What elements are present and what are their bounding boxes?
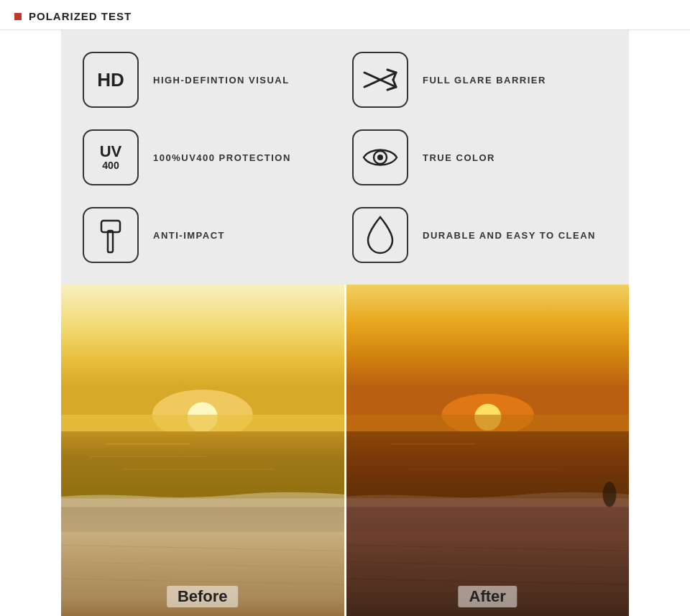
uv-icon-box: UV 400 — [83, 129, 139, 185]
glare-icon-box — [352, 52, 408, 108]
hd-label: HIGH-DEFINTION VISUAL — [153, 75, 290, 86]
header-accent-icon — [14, 13, 22, 20]
after-label: After — [459, 586, 517, 607]
before-side: Before — [61, 285, 344, 616]
page-wrapper: POLARIZED TEST HD HIGH-DEFINTION VISUAL — [0, 0, 690, 616]
features-grid: HD HIGH-DEFINTION VISUAL — [83, 52, 607, 263]
clean-icon-box — [352, 207, 408, 263]
svg-rect-23 — [346, 431, 630, 498]
shuffle-icon — [362, 65, 399, 94]
drop-icon — [364, 214, 397, 256]
color-icon-box — [352, 129, 408, 185]
features-area: HD HIGH-DEFINTION VISUAL — [61, 30, 629, 285]
glare-label: FULL GLARE BARRIER — [423, 75, 546, 86]
hammer-icon — [94, 215, 127, 255]
after-side: After — [346, 285, 630, 616]
feature-color: TRUE COLOR — [352, 129, 607, 185]
svg-point-32 — [602, 482, 616, 507]
hd-icon: HD — [97, 70, 124, 89]
color-label: TRUE COLOR — [423, 152, 495, 163]
uv-label: 100%UV400 PROTECTION — [153, 152, 291, 163]
after-scene — [346, 285, 630, 616]
svg-rect-4 — [108, 231, 113, 252]
comparison-area: Before — [61, 285, 629, 616]
eye-icon — [361, 144, 400, 170]
hd-icon-box: HD — [83, 52, 139, 108]
section-title: POLARIZED TEST — [29, 10, 132, 22]
feature-clean: DURABLE AND EASY TO CLEAN — [352, 207, 607, 263]
impact-icon-box — [83, 207, 139, 263]
feature-hd: HD HIGH-DEFINTION VISUAL — [83, 52, 338, 108]
before-scene — [61, 285, 344, 616]
svg-rect-10 — [61, 431, 344, 498]
section-header: POLARIZED TEST — [0, 0, 690, 30]
before-label: Before — [167, 586, 239, 607]
clean-label: DURABLE AND EASY TO CLEAN — [423, 230, 596, 241]
uv400-icon: UV 400 — [100, 143, 122, 172]
svg-point-3 — [377, 155, 383, 160]
impact-label: ANTI-IMPACT — [153, 230, 225, 241]
comparison-images: Before — [61, 285, 629, 616]
feature-impact: ANTI-IMPACT — [83, 207, 338, 263]
feature-uv: UV 400 100%UV400 PROTECTION — [83, 129, 338, 185]
feature-glare: FULL GLARE BARRIER — [352, 52, 607, 108]
